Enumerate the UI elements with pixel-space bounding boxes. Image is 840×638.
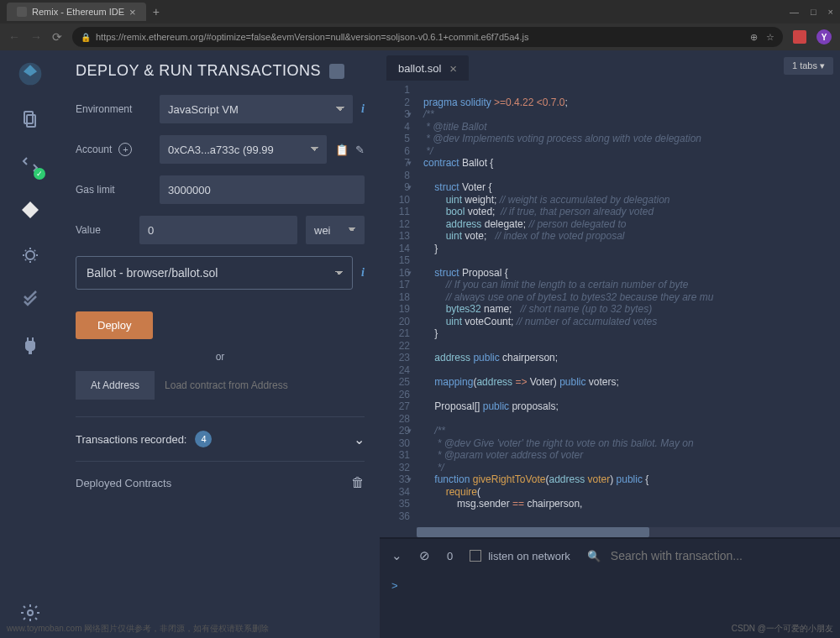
transactions-count-badge: 4 — [195, 431, 212, 447]
code-editor[interactable]: 123▾4567▾89▾10111213141516▾1718192021222… — [380, 81, 840, 537]
terminal-toggle-icon[interactable]: ⌄ — [391, 548, 402, 563]
extension-icon[interactable] — [793, 30, 806, 44]
terminal-prompt: > — [391, 579, 398, 592]
browser-tab[interactable]: Remix - Ethereum IDE × — [7, 3, 146, 21]
watermark-right: CSDN @一个可爱的小朋友 — [732, 623, 833, 635]
at-address-button[interactable]: At Address — [76, 371, 155, 400]
env-info-icon[interactable]: i — [361, 102, 365, 116]
remix-logo-icon[interactable] — [17, 60, 44, 87]
listen-checkbox[interactable] — [470, 550, 481, 562]
panel-title: DEPLOY & RUN TRANSACTIONS — [76, 62, 365, 80]
tab-title: Remix - Ethereum IDE — [32, 7, 124, 17]
gas-limit-input[interactable] — [160, 175, 365, 204]
maximize-icon[interactable]: □ — [811, 7, 816, 17]
plugin-icon[interactable] — [17, 332, 44, 359]
svg-point-4 — [28, 610, 33, 615]
debugger-icon[interactable] — [17, 242, 44, 269]
add-account-icon[interactable]: + — [118, 143, 132, 156]
account-select[interactable]: 0xCA3...a733c (99.99 — [160, 135, 327, 164]
terminal-search-input[interactable] — [611, 549, 828, 562]
transactions-recorded-label: Transactions recorded: 4 — [76, 431, 212, 447]
account-label: Account + — [76, 143, 151, 156]
close-window-icon[interactable]: × — [828, 7, 833, 17]
deploy-panel: DEPLOY & RUN TRANSACTIONS Environment Ja… — [60, 50, 380, 638]
horizontal-scrollbar[interactable] — [417, 527, 840, 537]
star-icon[interactable]: ☆ — [766, 32, 774, 43]
or-divider: or — [76, 351, 365, 363]
tab-close-icon[interactable]: × — [129, 6, 136, 18]
minimize-icon[interactable]: — — [790, 7, 799, 17]
lock-icon: 🔒 — [81, 33, 91, 42]
new-tab-icon[interactable]: + — [153, 5, 160, 18]
value-label: Value — [76, 224, 131, 236]
contract-info-icon[interactable]: i — [361, 266, 365, 280]
deployed-contracts-label: Deployed Contracts — [76, 477, 171, 489]
value-unit-select[interactable]: wei — [306, 216, 365, 244]
tabs-dropdown[interactable]: 1 tabs ▾ — [784, 57, 833, 75]
pending-tx-count: 0 — [447, 550, 453, 562]
deploy-run-icon[interactable] — [17, 196, 44, 223]
clear-deployed-icon[interactable]: 🗑 — [351, 475, 365, 490]
contract-select[interactable]: Ballot - browser/ballot.sol — [76, 256, 353, 290]
url-bar[interactable]: 🔒 https://remix.ethereum.org/#optimize=f… — [72, 27, 783, 47]
browser-tab-bar: Remix - Ethereum IDE × + — □ × — [0, 0, 840, 24]
environment-label: Environment — [76, 103, 151, 115]
terminal-clear-icon[interactable]: ⊘ — [419, 548, 430, 563]
editor-tab[interactable]: ballot.sol × — [386, 55, 469, 81]
value-input[interactable] — [139, 216, 297, 244]
compiler-success-badge: ✓ — [34, 168, 45, 180]
svg-rect-2 — [27, 115, 35, 127]
reload-icon[interactable]: ⟳ — [52, 30, 62, 44]
gas-limit-label: Gas limit — [76, 184, 151, 196]
forward-icon[interactable]: → — [30, 30, 42, 44]
terminal-search-icon[interactable]: 🔍 — [587, 550, 601, 562]
search-icon[interactable]: ⊕ — [750, 32, 758, 43]
transactions-expand-icon[interactable]: ⌄ — [354, 431, 365, 447]
editor-tab-label: ballot.sol — [398, 62, 441, 75]
browser-toolbar: ← → ⟳ 🔒 https://remix.ethereum.org/#opti… — [0, 24, 840, 50]
panel-doc-icon[interactable] — [329, 64, 344, 79]
copy-account-icon[interactable]: 📋 — [335, 144, 349, 156]
watermark-left: www.toymoban.com 网络图片仅供参考，非闭源，如有侵权请联系删除 — [7, 623, 269, 635]
profile-avatar[interactable]: Y — [816, 29, 832, 44]
window-controls: — □ × — [790, 7, 833, 17]
environment-select[interactable]: JavaScript VM — [160, 95, 353, 123]
line-gutter: 123▾4567▾89▾10111213141516▾1718192021222… — [380, 81, 417, 537]
analysis-icon[interactable] — [17, 287, 44, 314]
tab-favicon-icon — [17, 7, 27, 17]
code-content[interactable]: pragma solidity >=0.4.22 <0.7.0;/** * @t… — [417, 81, 840, 537]
deploy-button[interactable]: Deploy — [76, 311, 153, 339]
file-explorer-icon[interactable] — [17, 106, 44, 133]
listen-label: listen on network — [488, 550, 570, 562]
sidebar: ✓ — [0, 50, 60, 638]
at-address-input[interactable] — [155, 371, 365, 400]
url-text: https://remix.ethereum.org/#optimize=fal… — [96, 32, 745, 42]
back-icon[interactable]: ← — [8, 30, 20, 44]
editor-tab-bar: ballot.sol × 1 tabs ▾ — [380, 50, 840, 81]
edit-account-icon[interactable]: ✎ — [355, 144, 365, 156]
compiler-icon[interactable]: ✓ — [17, 151, 44, 178]
editor-tab-close-icon[interactable]: × — [449, 61, 457, 76]
svg-point-3 — [26, 251, 34, 259]
svg-rect-1 — [24, 112, 33, 123]
